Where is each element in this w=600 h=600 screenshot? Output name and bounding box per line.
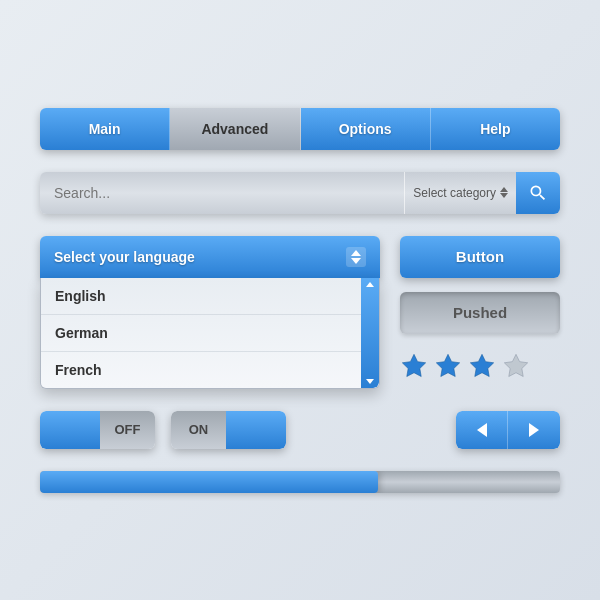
progress-fill (40, 471, 378, 493)
main-container: Main Advanced Options Help Select catego… (40, 108, 560, 493)
dropdown-scroll-up (366, 282, 374, 287)
search-category-dropdown[interactable]: Select category (404, 172, 516, 214)
progress-bar-container[interactable] (40, 471, 560, 493)
language-select-label: Select your language (54, 249, 195, 265)
toggle-on-label: ON (171, 411, 226, 449)
button-btn[interactable]: Button (400, 236, 560, 278)
search-category-label: Select category (413, 186, 496, 200)
nav-tab-advanced[interactable]: Advanced (170, 108, 300, 150)
nav-tab-options[interactable]: Options (301, 108, 431, 150)
language-option-french[interactable]: French (41, 352, 379, 388)
toggle-off-label: OFF (100, 411, 155, 449)
language-arrow-down (351, 258, 361, 264)
nav-bar: Main Advanced Options Help (40, 108, 560, 150)
star-4-empty[interactable] (502, 352, 530, 380)
middle-row: Select your language English German Fren… (40, 236, 560, 389)
svg-marker-1 (436, 354, 459, 376)
toggles-row: OFF ON (40, 411, 560, 449)
nav-arrow-right[interactable] (508, 411, 560, 449)
svg-marker-3 (504, 354, 527, 376)
search-category-arrow-down (500, 193, 508, 198)
nav-arrow-left[interactable] (456, 411, 508, 449)
arrow-left-icon (477, 423, 487, 437)
search-bar: Select category (40, 172, 560, 214)
toggle-on[interactable]: ON (171, 411, 286, 449)
search-category-arrow-up (500, 187, 508, 192)
language-arrow-up (351, 250, 361, 256)
right-section: Button Pushed (400, 236, 560, 380)
toggle-off[interactable]: OFF (40, 411, 155, 449)
search-icon (528, 183, 548, 203)
star-2[interactable] (434, 352, 462, 380)
toggle-off-blue-side (40, 411, 100, 449)
search-category-arrows (500, 187, 508, 198)
pushed-btn[interactable]: Pushed (400, 292, 560, 334)
language-option-german[interactable]: German (41, 315, 379, 352)
search-input[interactable] (40, 172, 404, 214)
toggle-on-blue-side (226, 411, 286, 449)
arrow-right-icon (529, 423, 539, 437)
nav-tab-main[interactable]: Main (40, 108, 170, 150)
language-arrows (346, 247, 366, 267)
language-dropdown: English German French (40, 278, 380, 389)
language-select-button[interactable]: Select your language (40, 236, 380, 278)
svg-marker-2 (470, 354, 493, 376)
star-rating[interactable] (400, 348, 560, 380)
star-3[interactable] (468, 352, 496, 380)
language-option-english[interactable]: English (41, 278, 379, 315)
star-1[interactable] (400, 352, 428, 380)
dropdown-scrollbar[interactable] (361, 278, 379, 388)
svg-marker-0 (402, 354, 425, 376)
nav-tab-help[interactable]: Help (431, 108, 560, 150)
search-button[interactable] (516, 172, 560, 214)
nav-arrows (456, 411, 560, 449)
language-section: Select your language English German Fren… (40, 236, 380, 389)
dropdown-scroll-down (366, 379, 374, 384)
